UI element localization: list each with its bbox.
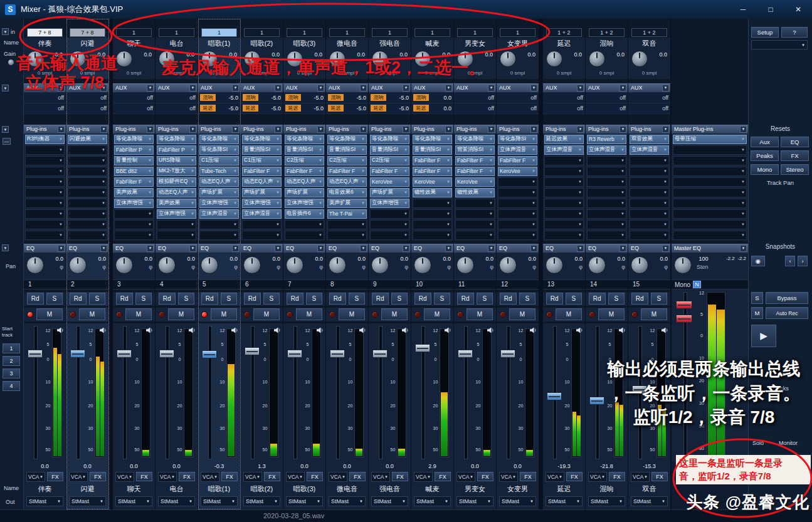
plugin-slot-empty[interactable]: ▼ bbox=[413, 209, 452, 219]
input-assignment[interactable]: 1 bbox=[414, 28, 450, 37]
record-arm-button[interactable] bbox=[287, 311, 293, 318]
plugin-slot[interactable]: URS降噪▼ bbox=[157, 156, 196, 165]
chevron-down-icon[interactable]: ▼ bbox=[620, 85, 626, 91]
pan-knob[interactable] bbox=[286, 256, 303, 274]
plugin-slot-empty[interactable]: ▼ bbox=[544, 220, 584, 229]
chevron-down-icon[interactable]: ▼ bbox=[620, 126, 626, 133]
read-automation-button[interactable]: Rd bbox=[631, 293, 648, 305]
plugin-slot[interactable]: Tube-Tech▼ bbox=[199, 167, 239, 176]
solo-button[interactable]: S bbox=[391, 293, 408, 305]
pan-knob[interactable] bbox=[371, 256, 389, 274]
mute-button[interactable]: M bbox=[253, 308, 280, 320]
aux-send-row[interactable]: 延迟-5.0 bbox=[369, 103, 411, 114]
plugin-slot[interactable]: 音量消除SI▼ bbox=[285, 145, 324, 155]
bypass-button[interactable]: Bypass bbox=[766, 292, 808, 304]
plugin-slot-empty[interactable]: ▼ bbox=[114, 209, 154, 219]
aux-send-row[interactable]: off bbox=[543, 103, 585, 114]
monitor-speaker-icon[interactable] bbox=[530, 325, 537, 336]
output-routing[interactable]: StMast ▼ bbox=[588, 496, 625, 506]
gain-knob[interactable] bbox=[546, 51, 562, 67]
setup-preset-dropdown[interactable]: ▼ bbox=[751, 40, 808, 50]
monitor-speaker-icon[interactable] bbox=[402, 325, 409, 336]
eq-section-header[interactable]: EQ ▼ bbox=[411, 244, 453, 253]
chevron-down-icon[interactable]: ▼ bbox=[403, 126, 409, 133]
aux-section-header[interactable]: AUX ▼ bbox=[241, 83, 283, 93]
chevron-down-icon[interactable]: ▼ bbox=[189, 126, 196, 133]
plugin-slot-empty[interactable]: ▼ bbox=[498, 220, 537, 229]
aux-section-header[interactable]: AUX ▼ bbox=[156, 83, 198, 93]
aux-send-row[interactable]: off bbox=[156, 93, 198, 103]
solo-button[interactable]: S bbox=[221, 293, 238, 305]
plugin-slot[interactable]: 背景消除SI▼ bbox=[455, 145, 495, 155]
chevron-down-icon[interactable]: ▼ bbox=[189, 85, 196, 91]
plugin-slot-empty[interactable]: ▼ bbox=[199, 231, 239, 240]
chevron-down-icon[interactable]: ▼ bbox=[147, 245, 154, 252]
input-assignment[interactable]: 1 + 2 bbox=[546, 28, 582, 37]
plugin-slot[interactable]: 动态EQ人声▼ bbox=[285, 177, 324, 187]
plugins-section-header[interactable]: Plug-ins ▼ bbox=[24, 125, 66, 134]
plugin-slot[interactable]: 立体声混音▼ bbox=[587, 145, 626, 155]
plugins-section-header[interactable]: Plug-ins ▼ bbox=[369, 125, 411, 134]
chevron-down-icon[interactable]: ▼ bbox=[100, 245, 107, 252]
plugins-section-header[interactable]: Plug-ins ▼ bbox=[454, 125, 496, 134]
aux-section-header[interactable]: AUX ▼ bbox=[113, 83, 155, 93]
chevron-down-icon[interactable]: ▼ bbox=[2, 126, 9, 133]
collapse-plugins-button[interactable]: — bbox=[3, 138, 11, 145]
gain-knob[interactable] bbox=[116, 51, 132, 67]
read-automation-button[interactable]: Rd bbox=[244, 293, 261, 305]
record-arm-button[interactable] bbox=[372, 311, 378, 318]
pan-knob[interactable] bbox=[546, 256, 563, 274]
gain-knob[interactable] bbox=[201, 51, 218, 67]
aux-section-header[interactable]: AUX ▼ bbox=[369, 83, 411, 93]
plugins-section-header[interactable]: Plug-ins ▼ bbox=[113, 125, 155, 134]
volume-fader[interactable] bbox=[631, 323, 648, 462]
plugin-slot-empty[interactable]: ▼ bbox=[68, 177, 107, 187]
plugin-slot[interactable]: C2压缩▼ bbox=[327, 156, 367, 165]
plugin-slot-empty[interactable]: ▼ bbox=[114, 231, 154, 240]
plugin-slot[interactable]: 美声效果▼ bbox=[114, 188, 154, 197]
fader-handle[interactable] bbox=[330, 350, 345, 358]
vca-selector[interactable]: VCA ▼ bbox=[243, 472, 262, 482]
output-routing[interactable]: StMast ▼ bbox=[201, 496, 238, 506]
vca-selector[interactable]: VCA ▼ bbox=[115, 472, 134, 482]
plugin-slot-empty[interactable]: ▼ bbox=[544, 167, 584, 176]
record-arm-button[interactable] bbox=[414, 311, 421, 318]
plugin-slot[interactable]: FabFilter F▼ bbox=[413, 167, 452, 176]
plugin-slot[interactable]: 磁性效果▼ bbox=[455, 188, 495, 197]
plugin-slot[interactable]: 声场扩展▼ bbox=[199, 188, 239, 197]
chevron-down-icon[interactable]: ▼ bbox=[275, 245, 282, 252]
solo-button[interactable]: S bbox=[651, 293, 668, 305]
plugin-slot[interactable]: C1压缩▼ bbox=[199, 156, 239, 165]
plugin-slot[interactable]: 电音插件6▼ bbox=[285, 209, 324, 219]
plugin-slot[interactable]: FabFilter F▼ bbox=[455, 167, 495, 176]
gain-knob[interactable] bbox=[500, 51, 516, 67]
plugin-slot-empty[interactable]: ▼ bbox=[25, 177, 65, 187]
volume-fader[interactable] bbox=[499, 323, 517, 462]
solo-button[interactable]: S bbox=[135, 293, 152, 305]
plugin-slot-empty[interactable]: ▼ bbox=[327, 220, 367, 229]
gain-knob[interactable] bbox=[244, 51, 260, 67]
chevron-down-icon[interactable]: ▼ bbox=[740, 245, 747, 252]
chevron-down-icon[interactable]: ▼ bbox=[403, 245, 409, 252]
plugin-slot-empty[interactable]: ▼ bbox=[68, 188, 107, 197]
plugin-slot-empty[interactable]: ▼ bbox=[587, 156, 626, 165]
mute-button[interactable]: M bbox=[424, 308, 450, 320]
fader-handle[interactable] bbox=[117, 350, 132, 358]
aux-send-row[interactable]: off bbox=[586, 93, 628, 103]
gain-knob[interactable] bbox=[27, 51, 43, 67]
chevron-down-icon[interactable]: ▼ bbox=[488, 245, 495, 252]
monitor-speaker-icon[interactable] bbox=[57, 325, 64, 336]
read-automation-button[interactable]: Rd bbox=[287, 293, 303, 305]
plugin-slot[interactable]: 立体声增强▼ bbox=[157, 209, 196, 219]
pan-knob[interactable] bbox=[201, 256, 218, 274]
chevron-down-icon[interactable]: ▼ bbox=[488, 126, 495, 133]
master-fader-handle-right[interactable] bbox=[676, 315, 692, 323]
plugin-slot[interactable]: 立体声增强▼ bbox=[114, 199, 154, 208]
plugin-slot-empty[interactable]: ▼ bbox=[413, 231, 452, 240]
aux-send-row[interactable]: 混响-5.0 bbox=[369, 93, 411, 103]
vca-selector[interactable]: VCA ▼ bbox=[158, 472, 177, 482]
plugin-slot-empty[interactable]: ▼ bbox=[242, 220, 282, 229]
chevron-down-icon[interactable]: ▼ bbox=[2, 85, 9, 91]
chevron-down-icon[interactable]: ▼ bbox=[620, 245, 626, 252]
eq-section-header[interactable]: EQ ▼ bbox=[198, 244, 240, 253]
